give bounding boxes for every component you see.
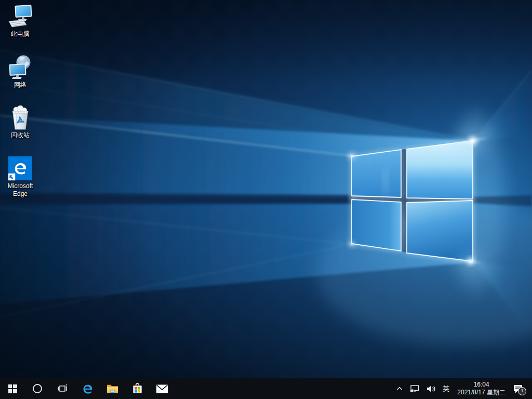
- hero-wallpaper-art: [0, 0, 532, 378]
- shortcut-arrow-overlay: [8, 174, 15, 180]
- edge-e-icon: [81, 382, 94, 395]
- store-button[interactable]: [125, 378, 150, 399]
- globe-monitor-icon: [8, 54, 33, 80]
- network-tray-button[interactable]: [407, 378, 422, 399]
- folder-icon: [107, 383, 118, 394]
- clock-time: 16:04: [474, 381, 489, 389]
- edge-taskbar-button[interactable]: [75, 378, 100, 399]
- desktop-icon-label: Microsoft Edge: [1, 182, 39, 198]
- recycle-bin-icon: [8, 104, 33, 130]
- computer-monitor-keyboard-icon: [8, 3, 33, 29]
- clock-date: 2021/8/17 星期二: [457, 389, 506, 396]
- desktop-icon-this-pc[interactable]: 此电脑: [1, 3, 39, 38]
- edge-shortcut-tile-icon: [8, 155, 33, 181]
- ethernet-monitor-icon: [410, 385, 419, 393]
- cortana-button[interactable]: [25, 378, 50, 399]
- desktop-icon-label: 回收站: [11, 131, 30, 139]
- desktop-icon-recycle-bin[interactable]: 回收站: [1, 104, 39, 139]
- show-hidden-icons-button[interactable]: [394, 378, 405, 399]
- chevron-up-icon: [396, 385, 403, 392]
- task-view-icon: [58, 384, 67, 393]
- start-button[interactable]: [0, 378, 25, 399]
- desktop-icon-label: 此电脑: [11, 30, 30, 38]
- volume-tray-button[interactable]: [424, 378, 438, 399]
- desktop-wallpaper: [0, 0, 532, 378]
- desktop-icon-label: 网络: [14, 81, 26, 89]
- cortana-circle-icon: [33, 384, 42, 393]
- system-tray: 英 16:04 2021/8/17 星期二 1: [394, 378, 532, 399]
- notification-count-badge: 1: [518, 387, 526, 395]
- action-center-button[interactable]: 1: [511, 378, 528, 399]
- mail-button[interactable]: [150, 378, 175, 399]
- file-explorer-button[interactable]: [100, 378, 125, 399]
- speaker-icon: [427, 385, 435, 393]
- mail-envelope-icon: [156, 384, 168, 394]
- input-language-indicator[interactable]: 英: [440, 384, 452, 393]
- taskbar-buttons: [0, 378, 175, 399]
- store-bag-icon: [131, 382, 143, 395]
- desktop-icon-microsoft-edge[interactable]: Microsoft Edge: [1, 155, 39, 198]
- windows-desktop: 此电脑 网络: [0, 0, 532, 399]
- task-view-button[interactable]: [50, 378, 75, 399]
- windows-logo-icon: [8, 384, 17, 393]
- taskbar: 英 16:04 2021/8/17 星期二 1: [0, 378, 532, 399]
- clock[interactable]: 16:04 2021/8/17 星期二: [454, 381, 509, 396]
- desktop-icon-network[interactable]: 网络: [1, 54, 39, 89]
